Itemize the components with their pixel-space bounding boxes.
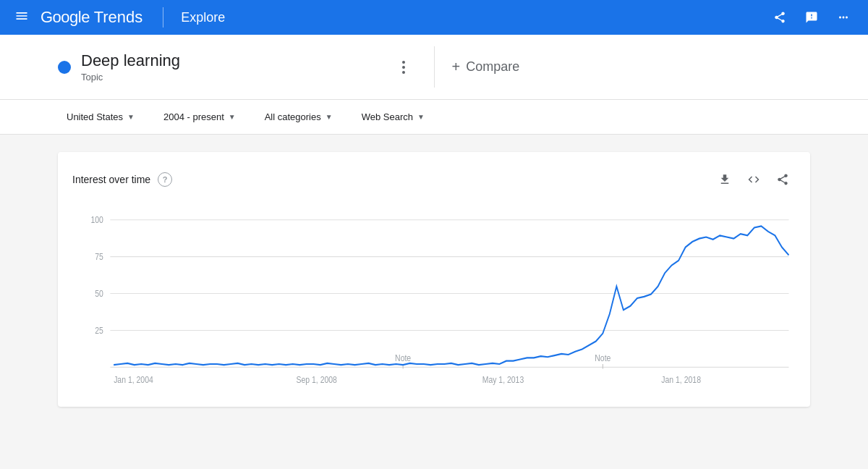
svg-text:May 1, 2013: May 1, 2013 bbox=[482, 375, 524, 384]
term-dot bbox=[58, 61, 71, 74]
location-filter[interactable]: United States ▼ bbox=[58, 107, 143, 127]
svg-text:Jan 1, 2004: Jan 1, 2004 bbox=[114, 375, 153, 384]
chart-card: Interest over time ? bbox=[58, 152, 810, 407]
search-type-filter[interactable]: Web Search ▼ bbox=[353, 107, 433, 127]
apps-button[interactable] bbox=[830, 4, 856, 30]
chart-header: Interest over time ? bbox=[72, 166, 796, 193]
term-type: Topic bbox=[81, 72, 380, 83]
menu-icon[interactable] bbox=[12, 6, 32, 30]
svg-text:75: 75 bbox=[95, 252, 103, 261]
header-divider bbox=[163, 7, 163, 28]
svg-point-1 bbox=[402, 66, 405, 69]
svg-point-0 bbox=[402, 61, 405, 64]
header-right bbox=[767, 4, 856, 30]
time-range-label: 2004 - present bbox=[163, 111, 224, 122]
compare-box[interactable]: + Compare bbox=[435, 46, 811, 88]
time-range-arrow-icon: ▼ bbox=[229, 113, 236, 121]
categories-filter[interactable]: All categories ▼ bbox=[256, 107, 341, 127]
main-content: Interest over time ? bbox=[0, 135, 868, 424]
share-button[interactable] bbox=[767, 4, 793, 30]
chart-actions bbox=[712, 166, 796, 193]
google-text: Google bbox=[41, 8, 90, 27]
svg-text:25: 25 bbox=[95, 326, 103, 335]
share-chart-button[interactable] bbox=[770, 166, 796, 193]
chart-title-row: Interest over time ? bbox=[72, 172, 172, 187]
svg-text:100: 100 bbox=[90, 215, 103, 224]
term-info: Deep learning Topic bbox=[81, 51, 380, 83]
compare-label: Compare bbox=[466, 59, 519, 75]
svg-text:50: 50 bbox=[95, 289, 103, 298]
categories-arrow-icon: ▼ bbox=[326, 113, 333, 121]
download-button[interactable] bbox=[712, 166, 738, 193]
svg-text:Note: Note bbox=[395, 353, 411, 363]
trend-chart: 100 75 50 25 Jan 1, 2004 Sep 1, 2008 May… bbox=[72, 204, 796, 392]
compare-plus-icon: + bbox=[452, 59, 461, 75]
search-type-label: Web Search bbox=[362, 111, 413, 122]
chart-area: 100 75 50 25 Jan 1, 2004 Sep 1, 2008 May… bbox=[72, 204, 796, 392]
search-type-arrow-icon: ▼ bbox=[417, 113, 425, 121]
location-label: United States bbox=[67, 111, 123, 122]
feedback-button[interactable] bbox=[799, 4, 825, 30]
term-name: Deep learning bbox=[81, 51, 380, 70]
search-section: Deep learning Topic + Compare bbox=[0, 35, 868, 100]
filters-section: United States ▼ 2004 - present ▼ All cat… bbox=[0, 100, 868, 135]
svg-text:Sep 1, 2008: Sep 1, 2008 bbox=[297, 375, 337, 384]
help-icon[interactable]: ? bbox=[158, 172, 172, 187]
term-more-button[interactable] bbox=[391, 54, 417, 80]
trends-text: Trends bbox=[90, 8, 142, 27]
chart-title: Interest over time bbox=[72, 174, 150, 185]
svg-point-2 bbox=[402, 71, 405, 74]
search-term-box: Deep learning Topic bbox=[58, 46, 435, 88]
svg-text:Jan 1, 2018: Jan 1, 2018 bbox=[661, 375, 701, 384]
embed-button[interactable] bbox=[741, 166, 767, 193]
svg-text:Note: Note bbox=[595, 353, 610, 363]
location-arrow-icon: ▼ bbox=[127, 113, 135, 121]
google-trends-logo: Google Trends bbox=[41, 8, 142, 27]
categories-label: All categories bbox=[265, 111, 321, 122]
time-range-filter[interactable]: 2004 - present ▼ bbox=[155, 107, 244, 127]
explore-label: Explore bbox=[181, 10, 225, 25]
header: Google Trends Explore bbox=[0, 0, 868, 35]
